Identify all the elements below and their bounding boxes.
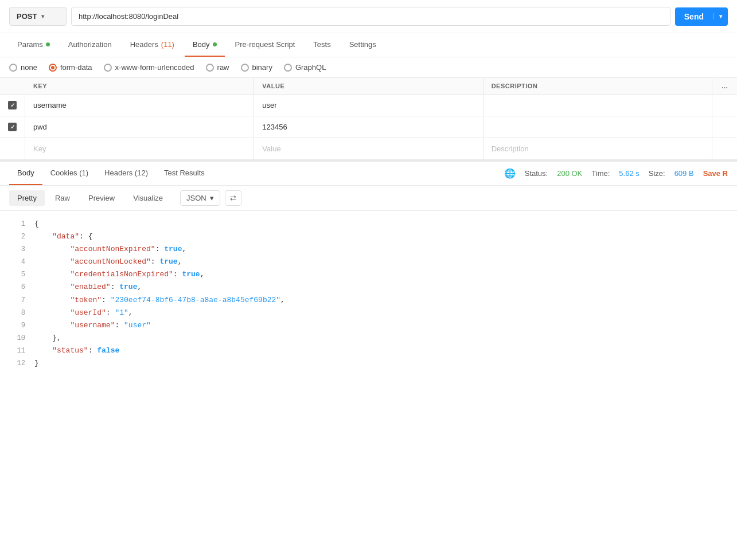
globe-icon[interactable]: 🌐 bbox=[504, 168, 516, 179]
json-line-5: 5 "credentialsNonExpired": true, bbox=[0, 268, 737, 281]
status-value: 200 OK bbox=[557, 169, 582, 178]
tab-settings[interactable]: Settings bbox=[341, 33, 384, 57]
form-data-table: KEY VALUE DESCRIPTION ... username user … bbox=[0, 78, 737, 160]
size-value: 609 B bbox=[674, 169, 694, 178]
send-dropdown-icon[interactable]: ▾ bbox=[713, 13, 728, 19]
json-line-10: 10 }, bbox=[0, 332, 737, 344]
format-label: JSON bbox=[186, 194, 206, 202]
radio-raw-circle bbox=[206, 64, 214, 72]
view-raw-button[interactable]: Raw bbox=[47, 190, 78, 206]
size-label: Size: bbox=[649, 169, 665, 178]
radio-urlencoded[interactable]: x-www-form-urlencoded bbox=[104, 63, 194, 72]
col-check bbox=[0, 78, 25, 94]
tab-body[interactable]: Body bbox=[185, 33, 225, 57]
table-row-placeholder: Key Value Description bbox=[0, 138, 737, 160]
row1-checkbox[interactable] bbox=[0, 95, 25, 116]
request-tabs: Params Authorization Headers (11) Body P… bbox=[0, 33, 737, 57]
table-row: pwd 123456 bbox=[0, 116, 737, 138]
tab-params[interactable]: Params bbox=[9, 33, 58, 57]
format-dropdown-icon: ▾ bbox=[210, 194, 214, 202]
body-label: Body bbox=[193, 40, 210, 49]
url-input[interactable] bbox=[71, 7, 670, 26]
response-tab-cookies[interactable]: Cookies (1) bbox=[42, 162, 96, 185]
placeholder-value[interactable]: Value bbox=[254, 138, 483, 159]
radio-urlencoded-label: x-www-form-urlencoded bbox=[115, 63, 194, 72]
response-tabs: Body Cookies (1) Headers (12) Test Resul… bbox=[0, 162, 737, 186]
json-line-9: 9 "username": "user" bbox=[0, 319, 737, 332]
headers-label: Headers bbox=[130, 40, 158, 49]
status-label: Status: bbox=[525, 169, 548, 178]
radio-form-data[interactable]: form-data bbox=[49, 63, 92, 72]
col-description: DESCRIPTION bbox=[483, 78, 712, 94]
radio-form-data-label: form-data bbox=[60, 63, 92, 72]
view-options: Pretty Raw Preview Visualize JSON ▾ ⇄ bbox=[0, 186, 737, 211]
checkbox-username[interactable] bbox=[8, 101, 17, 109]
response-tab-body[interactable]: Body bbox=[9, 162, 42, 185]
view-preview-button[interactable]: Preview bbox=[80, 190, 123, 206]
radio-none[interactable]: none bbox=[9, 63, 37, 72]
params-label: Params bbox=[17, 40, 43, 49]
row2-description[interactable] bbox=[483, 116, 712, 138]
json-line-2: 2 "data": { bbox=[0, 230, 737, 243]
placeholder-more bbox=[712, 138, 737, 159]
json-line-7: 7 "token": "230eef74-8bf6-47b8-a8ae-a8b4… bbox=[0, 294, 737, 307]
json-line-11: 11 "status": false bbox=[0, 344, 737, 357]
col-value: VALUE bbox=[254, 78, 482, 94]
radio-binary-label: binary bbox=[252, 63, 272, 72]
request-bar: POST ▾ Send ▾ bbox=[0, 0, 737, 33]
placeholder-checkbox[interactable] bbox=[0, 138, 25, 159]
radio-none-circle bbox=[9, 64, 17, 72]
headers-badge: (11) bbox=[161, 40, 174, 49]
col-more: ... bbox=[712, 78, 737, 94]
method-label: POST bbox=[17, 12, 37, 21]
json-line-1: 1 { bbox=[0, 218, 737, 230]
row1-value[interactable]: user bbox=[254, 95, 483, 116]
checkbox-pwd[interactable] bbox=[8, 123, 17, 131]
table-header: KEY VALUE DESCRIPTION ... bbox=[0, 78, 737, 95]
tests-label: Tests bbox=[313, 40, 330, 49]
radio-graphql[interactable]: GraphQL bbox=[284, 63, 326, 72]
radio-binary[interactable]: binary bbox=[241, 63, 272, 72]
radio-raw[interactable]: raw bbox=[206, 63, 229, 72]
json-line-12: 12 } bbox=[0, 357, 737, 370]
response-tab-headers[interactable]: Headers (12) bbox=[96, 162, 156, 185]
row2-checkbox[interactable] bbox=[0, 116, 25, 138]
wrap-button[interactable]: ⇄ bbox=[225, 190, 241, 206]
body-options: none form-data x-www-form-urlencoded raw… bbox=[0, 57, 737, 78]
row1-key[interactable]: username bbox=[25, 95, 254, 116]
time-value: 5.62 s bbox=[619, 169, 639, 178]
params-dot bbox=[46, 42, 50, 46]
row1-more bbox=[712, 95, 737, 116]
placeholder-key[interactable]: Key bbox=[25, 138, 254, 159]
pre-request-label: Pre-request Script bbox=[235, 40, 295, 49]
view-visualize-button[interactable]: Visualize bbox=[125, 190, 171, 206]
radio-urlencoded-circle bbox=[104, 64, 112, 72]
body-dot bbox=[213, 42, 217, 46]
tab-authorization[interactable]: Authorization bbox=[60, 33, 120, 57]
tab-headers[interactable]: Headers (11) bbox=[122, 33, 182, 57]
json-line-3: 3 "accountNonExpired": true, bbox=[0, 243, 737, 256]
json-line-4: 4 "accountNonLocked": true, bbox=[0, 256, 737, 268]
row2-key[interactable]: pwd bbox=[25, 116, 254, 138]
row1-description[interactable] bbox=[483, 95, 712, 116]
format-select[interactable]: JSON ▾ bbox=[180, 190, 220, 206]
row2-more bbox=[712, 116, 737, 138]
json-line-6: 6 "enabled": true, bbox=[0, 281, 737, 293]
send-button[interactable]: Send ▾ bbox=[675, 7, 728, 26]
radio-raw-label: raw bbox=[217, 63, 229, 72]
save-response-button[interactable]: Save R bbox=[703, 169, 728, 178]
placeholder-description[interactable]: Description bbox=[483, 138, 712, 159]
method-dropdown-icon: ▾ bbox=[41, 13, 44, 19]
radio-graphql-circle bbox=[284, 64, 292, 72]
authorization-label: Authorization bbox=[68, 40, 112, 49]
response-meta: 🌐 Status: 200 OK Time: 5.62 s Size: 609 … bbox=[504, 168, 728, 179]
tab-tests[interactable]: Tests bbox=[305, 33, 338, 57]
radio-graphql-label: GraphQL bbox=[295, 63, 326, 72]
view-pretty-button[interactable]: Pretty bbox=[9, 190, 45, 206]
response-tab-test-results[interactable]: Test Results bbox=[156, 162, 213, 185]
method-select[interactable]: POST ▾ bbox=[9, 7, 67, 26]
row2-value[interactable]: 123456 bbox=[254, 116, 483, 138]
json-line-8: 8 "userId": "1", bbox=[0, 307, 737, 319]
time-label: Time: bbox=[591, 169, 610, 178]
tab-pre-request-script[interactable]: Pre-request Script bbox=[227, 33, 303, 57]
